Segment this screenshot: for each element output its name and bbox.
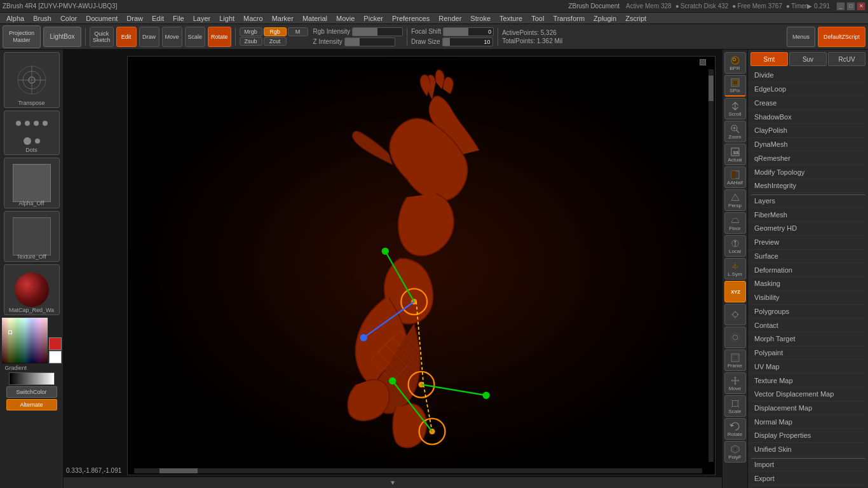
draw-size-slider[interactable]: 10 <box>442 37 493 46</box>
menu-entry-shadowbox[interactable]: ShadowBox <box>750 110 865 124</box>
menu-edit[interactable]: Edit <box>148 14 168 23</box>
minimize-button[interactable]: _ <box>836 2 845 11</box>
menu-entry-morph-target[interactable]: Morph Target <box>750 332 865 346</box>
rgb-intensity-slider[interactable] <box>352 27 403 36</box>
smt-button[interactable]: Smt <box>750 52 788 66</box>
menu-entry-import[interactable]: Import <box>750 458 865 472</box>
matcap-panel-item[interactable]: MatCap_Red_Wa <box>4 264 60 315</box>
projection-master-button[interactable]: Projection Master <box>3 25 41 48</box>
rgb-button[interactable]: Rgb <box>264 27 287 36</box>
menu-entry-surface[interactable]: Surface <box>750 250 865 264</box>
menu-entry-geometry-hd[interactable]: Geometry HD <box>750 222 865 236</box>
background-color[interactable] <box>49 351 62 363</box>
menu-entry-layers[interactable]: Layers <box>750 194 865 208</box>
menu-transform[interactable]: Transform <box>549 14 588 23</box>
lsym-button[interactable]: L.Sym <box>724 258 746 280</box>
floor-button[interactable]: Floor <box>724 212 746 234</box>
menu-movie[interactable]: Movie <box>332 14 358 23</box>
menu-marker[interactable]: Marker <box>268 14 297 23</box>
frame-button[interactable]: Frame <box>724 349 746 371</box>
transpose-panel-item[interactable]: Transpose <box>4 52 60 108</box>
default-zscript-button[interactable]: DefaultZScript <box>818 27 865 47</box>
menu-entry-normal-map[interactable]: Normal Map <box>750 415 865 429</box>
menu-picker[interactable]: Picker <box>360 14 387 23</box>
menu-draw[interactable]: Draw <box>123 14 147 23</box>
scrollbar-thumb-horizontal[interactable] <box>159 468 198 473</box>
menu-entry-preview[interactable]: Preview <box>750 236 865 250</box>
m-button[interactable]: M <box>288 27 308 36</box>
menu-entry-displacement-map[interactable]: Displacement Map <box>750 402 865 416</box>
xyz-button[interactable]: XYZ <box>724 281 746 302</box>
vertical-scrollbar[interactable] <box>709 69 714 462</box>
menu-entry-unified-skin[interactable]: Unified Skin <box>750 443 865 457</box>
menu-brush[interactable]: Brush <box>29 14 55 23</box>
menu-entry-contact[interactable]: Contact <box>750 318 865 332</box>
switch-color-button[interactable]: SwitchColor <box>6 386 57 398</box>
menu-color[interactable]: Color <box>57 14 81 23</box>
zoom-button[interactable]: Zoom <box>724 121 746 142</box>
menu-entry-dynamesh[interactable]: DynaMesh <box>750 138 865 152</box>
quick-sketch-button[interactable]: Quick Sketch <box>90 27 114 47</box>
alpha-panel-item[interactable]: Alpha_Off <box>4 158 60 208</box>
aahalf-button[interactable]: AAHalf <box>724 166 746 188</box>
rcuv-button[interactable]: RcUV <box>828 52 865 66</box>
scale-right-button[interactable]: Scale <box>724 395 746 417</box>
menu-entry-texture-map[interactable]: Texture Map <box>750 374 865 388</box>
maximize-button[interactable]: □ <box>846 2 855 11</box>
window-controls[interactable]: _ □ ✕ <box>836 2 865 11</box>
horizontal-scrollbar[interactable] <box>134 468 702 473</box>
menu-entry-meshintegrity[interactable]: MeshIntegrity <box>750 179 865 193</box>
z-intensity-slider[interactable] <box>344 37 395 46</box>
move-button[interactable]: Move <box>162 27 182 47</box>
gradient-bar[interactable] <box>9 372 55 385</box>
actual-button[interactable]: 1:1 Actual <box>724 144 746 165</box>
canvas-area[interactable]: ▼ 0.333,-1.867,-1.091 <box>64 50 722 488</box>
menu-entry-claypolish[interactable]: ClayPolish <box>750 124 865 138</box>
mrgb-button[interactable]: Mrgb <box>240 27 262 36</box>
menu-entry-qremesher[interactable]: qRemesher <box>750 151 865 165</box>
menu-file[interactable]: File <box>169 14 188 23</box>
menu-entry-edgeloop[interactable]: EdgeLoop <box>750 83 865 97</box>
menu-material[interactable]: Material <box>299 14 331 23</box>
texture-panel-item[interactable]: Texture_Off <box>4 211 60 262</box>
menu-entry-uv-map[interactable]: UV Map <box>750 360 865 374</box>
move-right-button[interactable]: Move <box>724 372 746 394</box>
scale-button[interactable]: Scale <box>185 27 206 47</box>
menu-render[interactable]: Render <box>435 14 465 23</box>
menu-entry-visibility[interactable]: Visibility <box>750 291 865 305</box>
menu-document[interactable]: Document <box>82 14 121 23</box>
close-button[interactable]: ✕ <box>857 2 865 11</box>
menu-macro[interactable]: Macro <box>240 14 267 23</box>
menu-entry-display-properties[interactable]: Display Properties <box>750 429 865 443</box>
menu-entry-crease[interactable]: Crease <box>750 96 865 110</box>
menu-preferences[interactable]: Preferences <box>388 14 433 23</box>
menu-texture[interactable]: Texture <box>496 14 526 23</box>
lightbox-button[interactable]: LightBox <box>43 27 81 47</box>
grid-button[interactable] <box>724 327 746 348</box>
zcut-button[interactable]: Zcut <box>264 37 287 46</box>
menu-entry-fibermesh[interactable]: FiberMesh <box>750 208 865 222</box>
bpr-button[interactable]: BPR <box>724 52 746 74</box>
rotate-right-button[interactable]: Rotate <box>724 418 746 440</box>
foreground-color[interactable] <box>49 337 62 350</box>
menu-entry-masking[interactable]: Masking <box>750 277 865 291</box>
menu-entry-polygroups[interactable]: Polygroups <box>750 305 865 319</box>
menus-button[interactable]: Menus <box>787 27 815 47</box>
draw-button[interactable]: Draw <box>139 27 159 47</box>
zsub-button[interactable]: Zsub <box>240 37 262 46</box>
menu-entry-vector-displacement-map[interactable]: Vector Displacement Map <box>750 388 865 402</box>
persp-button[interactable]: Persp <box>724 189 746 211</box>
menu-zscript[interactable]: Zscript <box>621 14 650 23</box>
edit-button[interactable]: Edit <box>116 27 137 47</box>
menu-entry-export[interactable]: Export <box>750 471 865 485</box>
scroll-button[interactable]: Scroll <box>724 98 746 119</box>
suv-button[interactable]: Suv <box>789 52 827 66</box>
menu-stroke[interactable]: Stroke <box>466 14 494 23</box>
menu-entry-polypaint[interactable]: Polypaint <box>750 346 865 360</box>
menu-entry-modify-topology[interactable]: Modify Topology <box>750 165 865 179</box>
menu-entry-divide[interactable]: Divide <box>750 69 865 83</box>
local-button[interactable]: Local <box>724 235 746 257</box>
color-gradient[interactable] <box>2 318 48 363</box>
menu-layer[interactable]: Layer <box>189 14 215 23</box>
spix-button[interactable]: SPix <box>724 75 746 97</box>
